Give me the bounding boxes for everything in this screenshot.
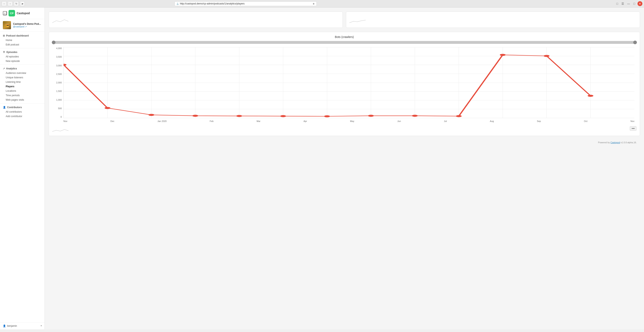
- app-logo: CP: [8, 10, 15, 16]
- dashboard-icon: ⊞: [3, 34, 5, 37]
- svg-point-14: [148, 114, 154, 116]
- username: benjamin: [7, 325, 17, 327]
- user-icon: 👤: [3, 325, 6, 327]
- app-name: Castopod: [17, 11, 30, 15]
- nav-section-label-contributors: Contributors: [7, 106, 22, 109]
- user-info: 👤 benjamin: [3, 325, 17, 327]
- chart-range-bar[interactable]: [52, 41, 636, 44]
- sidebar-item-all-episodes[interactable]: All episodes: [0, 54, 44, 59]
- podcast-avatar: 📻: [3, 21, 11, 29]
- x-label-jan: Jan 2020: [158, 120, 166, 122]
- sidebar-item-players[interactable]: Players: [0, 84, 44, 89]
- y-label-500: 500: [58, 107, 62, 110]
- podcast-details: Castopod's Demo Pod... @castopod ↗: [13, 22, 42, 28]
- x-label-mar: Mar: [256, 120, 260, 122]
- maximize-button[interactable]: □: [632, 1, 637, 6]
- sidebar-item-add-contributor[interactable]: Add contributor: [0, 114, 44, 118]
- y-label-2500: 2,500: [56, 73, 62, 75]
- minimize-button[interactable]: —: [626, 1, 631, 6]
- address-bar[interactable]: ⚓ http://castopod.demo/cp-admin/podcasts…: [174, 1, 317, 6]
- forward-button[interactable]: ›: [8, 1, 12, 6]
- svg-point-19: [368, 115, 374, 117]
- sidebar-item-time-periods[interactable]: Time periods: [0, 93, 44, 98]
- footer-version: v1.0.0-alpha.16.: [620, 141, 637, 144]
- browser-right-controls: □ ☰ — □ ✕: [615, 1, 642, 6]
- chart-x-axis: Nov Dec Jan 2020 Feb Mar Apr May Jun Jul…: [64, 118, 634, 124]
- sidebar-footer: 👤 benjamin •: [0, 322, 44, 329]
- range-handle-right[interactable]: [633, 40, 637, 44]
- reload-button[interactable]: ↻: [14, 1, 19, 6]
- chart-title: Bots (crawlers): [52, 35, 636, 38]
- user-menu-chevron[interactable]: •: [41, 325, 42, 327]
- bots-chart-container: Bots (crawlers) 4,000 3,500 3,000 2,500 …: [49, 32, 640, 136]
- x-label-jun: Jun: [397, 120, 401, 122]
- screenshot-button[interactable]: □: [615, 1, 620, 6]
- svg-point-12: [64, 64, 66, 66]
- x-label-aug: Aug: [490, 120, 494, 122]
- nav-section-header-contributors: 👤 Contributors: [0, 105, 44, 110]
- sidebar-back-button[interactable]: ←: [3, 11, 7, 15]
- x-label-sep: Sep: [537, 120, 541, 122]
- sidebar-item-new-episode[interactable]: New episode: [0, 59, 44, 63]
- podcast-handle: @castopod ↗: [13, 25, 42, 28]
- nav-section-label-podcast-dashboard: Podcast dashboard: [6, 34, 29, 37]
- nav-section-header-analytics: ↗ Analytics: [0, 66, 44, 71]
- browser-toolbar: ‹ › ↻ ▰ ⚓ http://castopod.demo/cp-admin/…: [0, 0, 644, 7]
- svg-point-13: [104, 107, 110, 109]
- footer-text: Powered by: [598, 141, 610, 144]
- chart-y-axis: 4,000 3,500 3,000 2,500 2,000 1,500 1,00…: [52, 47, 64, 118]
- mini-chart-left-svg: [52, 16, 68, 24]
- x-label-nov2: Nov: [630, 120, 634, 122]
- more-button[interactable]: •••: [630, 126, 636, 131]
- svg-point-22: [500, 54, 506, 56]
- divider-2: [0, 64, 44, 65]
- sidebar-item-home[interactable]: Home: [0, 38, 44, 42]
- sidebar-item-unique-listeners[interactable]: Unique listeners: [0, 75, 44, 80]
- y-label-4000: 4,000: [56, 47, 62, 49]
- svg-point-20: [412, 115, 418, 117]
- nav-section-contributors: 👤 Contributors All contributors Add cont…: [0, 105, 44, 118]
- x-label-dec: Dec: [110, 120, 114, 122]
- menu-button[interactable]: ☰: [620, 1, 625, 6]
- x-label-nov: Nov: [64, 120, 68, 122]
- x-label-oct: Oct: [584, 120, 587, 122]
- back-button[interactable]: ‹: [2, 1, 6, 6]
- svg-point-21: [456, 115, 462, 117]
- chart-wrapper: 4,000 3,500 3,000 2,500 2,000 1,500 1,00…: [52, 47, 636, 124]
- close-button[interactable]: ✕: [638, 1, 642, 6]
- x-label-apr: Apr: [304, 120, 307, 122]
- app-container: ← CP Castopod 📻 Castopod's Demo Pod... @…: [0, 7, 644, 329]
- range-handle-left[interactable]: [52, 40, 56, 44]
- nav-section-header-podcast-dashboard: ⊞ Podcast dashboard: [0, 33, 44, 38]
- svg-point-23: [544, 55, 549, 57]
- sidebar-item-audience-overview[interactable]: Audience overview: [0, 71, 44, 75]
- podcast-info: 📻 Castopod's Demo Pod... @castopod ↗: [0, 19, 44, 31]
- y-label-1500: 1,500: [56, 90, 62, 92]
- footer-link[interactable]: Castopod: [610, 141, 620, 144]
- address-text: http://castopod.demo/cp-admin/podcasts/1…: [180, 2, 311, 5]
- mini-chart-left: [49, 11, 343, 28]
- main-content: Bots (crawlers) 4,000 3,500 3,000 2,500 …: [45, 7, 644, 329]
- sidebar-item-web-pages-visits[interactable]: Web pages visits: [0, 98, 44, 102]
- x-label-jul: Jul: [444, 120, 447, 122]
- chart-data-svg: [64, 47, 634, 118]
- sidebar-item-edit-podcast[interactable]: Edit podcast: [0, 42, 44, 47]
- divider-3: [0, 103, 44, 103]
- sidebar-item-all-contributors[interactable]: All contributors: [0, 110, 44, 114]
- nav-section-episodes: 🎙 Episodes All episodes New episode: [0, 49, 44, 63]
- mini-charts-row: [49, 11, 640, 28]
- page-footer: Powered by Castopod v1.0.0-alpha.16.: [49, 140, 640, 145]
- bookmark-button[interactable]: ▰: [20, 1, 25, 6]
- address-icon: ⚓: [176, 3, 179, 5]
- content-area: Bots (crawlers) 4,000 3,500 3,000 2,500 …: [45, 7, 644, 149]
- y-label-3000: 3,000: [56, 64, 62, 67]
- mini-chart-right: [346, 11, 640, 28]
- sidebar-header: ← CP Castopod: [0, 7, 44, 19]
- y-label-3500: 3,500: [56, 56, 62, 58]
- sidebar: ← CP Castopod 📻 Castopod's Demo Pod... @…: [0, 7, 45, 329]
- bottom-mini-chart: [52, 126, 68, 132]
- sidebar-item-listening-time[interactable]: Listening time: [0, 80, 44, 84]
- chart-plot-area: [64, 47, 634, 118]
- svg-point-17: [280, 115, 286, 117]
- sidebar-item-locations[interactable]: Locations: [0, 89, 44, 93]
